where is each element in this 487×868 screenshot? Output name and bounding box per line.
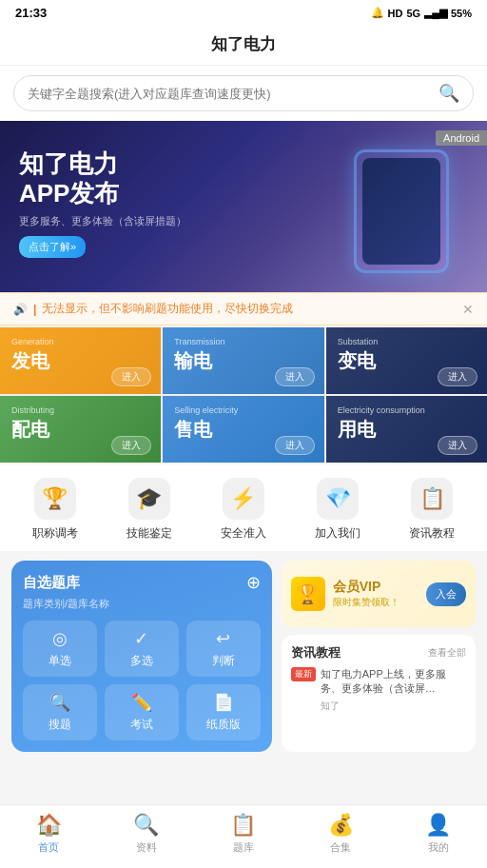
vip-subtitle: 限时集赞领取！: [333, 596, 419, 609]
category-selling[interactable]: Selling electricity 售电 进入: [163, 396, 323, 463]
exam-icon: ✏️: [131, 692, 152, 713]
pg-label: 纸质版: [206, 717, 241, 733]
category-generation[interactable]: Generation 发电 进入: [0, 327, 161, 394]
vip-join-button[interactable]: 入会: [426, 582, 466, 606]
banner-subtitle: 更多服务、更多体验（含读屏措题）: [19, 214, 186, 228]
nav-question-bank[interactable]: 📋 题库: [230, 813, 256, 855]
category-en-label: Transmission: [174, 337, 312, 346]
qa-label: 职称调考: [32, 525, 78, 542]
judgment-icon: ↩: [216, 628, 230, 649]
resources-icon: 🔍: [133, 813, 159, 838]
qa-label: 安全准入: [221, 525, 266, 542]
qa-safety[interactable]: ⚡ 安全准入: [221, 478, 266, 542]
news-item[interactable]: 最新 知了电力APP上线，更多服务、更多体验（含读屏… 知了: [291, 667, 466, 713]
nav-profile[interactable]: 👤 我的: [425, 813, 451, 855]
panel-title: 自选题库: [23, 574, 80, 592]
news-header: 资讯教程 查看全部: [291, 644, 466, 661]
category-en-label: Generation: [11, 337, 149, 346]
vip-title: 会员VIP: [333, 579, 419, 596]
pg-label: 单选: [49, 653, 71, 669]
search-input[interactable]: [28, 87, 431, 101]
vip-text: 会员VIP 限时集赞领取！: [333, 579, 419, 609]
pg-label: 判断: [212, 653, 235, 669]
collection-icon: 💰: [328, 813, 354, 838]
nav-home[interactable]: 🏠 首页: [36, 813, 62, 855]
pg-label: 考试: [130, 717, 153, 733]
battery-label: 55%: [451, 8, 472, 19]
safety-icon: ⚡: [223, 478, 264, 520]
news-title: 资讯教程: [291, 644, 341, 661]
search-question-icon: 🔍: [49, 692, 70, 713]
banner: Android 知了电力APP发布 更多服务、更多体验（含读屏措题） 点击了解»: [0, 121, 487, 292]
question-bank-icon: 📋: [230, 813, 256, 838]
category-enter-button[interactable]: 进入: [275, 367, 315, 386]
nav-profile-label: 我的: [428, 840, 449, 855]
notice-bar: 🔊 | 无法显示，但不影响刷题功能使用，尽快切换完成 ✕: [0, 292, 487, 326]
panel-grid: ◎ 单选 ✓ 多选 ↩ 判断 🔍 搜题 ✏️ 考试: [23, 621, 261, 740]
vip-card: 🏆 会员VIP 限时集赞领取！ 入会: [282, 561, 476, 627]
news-badge: 最新: [291, 667, 316, 681]
status-time: 21:33: [15, 6, 47, 20]
paper-version-icon: 📄: [213, 692, 234, 713]
category-en-label: Selling electricity: [174, 405, 312, 415]
qa-join-us[interactable]: 💎 加入我们: [315, 478, 360, 542]
qa-label: 资讯教程: [409, 525, 455, 542]
banner-title: 知了电力APP发布: [19, 149, 186, 208]
banner-device-image: [335, 140, 468, 283]
pg-label: 搜题: [49, 717, 71, 733]
pg-search-question[interactable]: 🔍 搜题: [23, 684, 97, 740]
nav-resources[interactable]: 🔍 资料: [133, 813, 159, 855]
vip-image: 🏆: [291, 577, 325, 611]
news-more-link[interactable]: 查看全部: [428, 646, 466, 660]
single-choice-icon: ◎: [52, 628, 68, 649]
news-tutorial-icon: 📋: [411, 478, 453, 520]
category-enter-button[interactable]: 进入: [275, 436, 315, 455]
category-distributing[interactable]: Distributing 配电 进入: [0, 396, 161, 463]
pg-exam[interactable]: ✏️ 考试: [105, 684, 179, 740]
banner-content: 知了电力APP发布 更多服务、更多体验（含读屏措题） 点击了解»: [19, 149, 186, 258]
nav-resources-label: 资料: [136, 840, 157, 855]
category-en-label: Substation: [338, 337, 476, 346]
panel-subtitle: 题库类别/题库名称: [23, 597, 261, 611]
pg-label: 多选: [130, 653, 153, 669]
qa-skill-cert[interactable]: 🎓 技能鉴定: [127, 478, 172, 542]
signal-label: 5G: [406, 8, 420, 19]
home-icon: 🏠: [36, 813, 62, 838]
qa-news-tutorial[interactable]: 📋 资讯教程: [409, 478, 455, 542]
category-enter-button[interactable]: 进入: [111, 367, 151, 386]
panel-header: 自选题库 ⊕: [23, 572, 261, 593]
category-substation[interactable]: Substation 变电 进入: [326, 327, 487, 394]
news-text: 知了电力APP上线，更多服务、更多体验（含读屏…: [321, 667, 466, 697]
title-exam-icon: 🏆: [34, 478, 76, 520]
pg-single-choice[interactable]: ◎ 单选: [23, 621, 97, 677]
search-input-wrap[interactable]: 🔍: [13, 75, 474, 111]
profile-icon: 👤: [425, 813, 451, 838]
notice-close-button[interactable]: ✕: [462, 302, 474, 317]
search-icon[interactable]: 🔍: [438, 83, 459, 104]
status-icons: 🔔 HD 5G ▂▄▆ 55%: [371, 7, 472, 19]
page-header: 知了电力: [0, 26, 487, 66]
news-source: 知了: [321, 700, 466, 713]
pg-multi-choice[interactable]: ✓ 多选: [105, 621, 179, 677]
nav-home-label: 首页: [38, 840, 59, 855]
multi-choice-icon: ✓: [134, 628, 148, 649]
nav-collection-label: 合集: [330, 840, 351, 855]
panel-add-button[interactable]: ⊕: [246, 572, 261, 593]
notice-divider: |: [33, 303, 36, 316]
nav-collection[interactable]: 💰 合集: [328, 813, 354, 855]
category-transmission[interactable]: Transmission 输电 进入: [163, 327, 323, 394]
category-enter-button[interactable]: 进入: [438, 436, 477, 455]
pg-judgment[interactable]: ↩ 判断: [186, 621, 261, 677]
page-title: 知了电力: [211, 35, 276, 53]
notice-text: 无法显示，但不影响刷题功能使用，尽快切换完成: [42, 301, 293, 317]
self-select-panel: 自选题库 ⊕ 题库类别/题库名称 ◎ 单选 ✓ 多选 ↩ 判断 🔍: [11, 561, 272, 752]
category-enter-button[interactable]: 进入: [111, 436, 151, 455]
category-consumption[interactable]: Electricity consumption 用电 进入: [326, 396, 487, 463]
category-enter-button[interactable]: 进入: [438, 367, 477, 386]
qa-title-exam[interactable]: 🏆 职称调考: [32, 478, 78, 542]
banner-cta-button[interactable]: 点击了解»: [19, 236, 86, 258]
qa-label: 加入我们: [315, 525, 360, 542]
pg-paper-version[interactable]: 📄 纸质版: [186, 684, 261, 740]
skill-cert-icon: 🎓: [128, 478, 170, 520]
right-panel: 🏆 会员VIP 限时集赞领取！ 入会 资讯教程 查看全部 最新 知了电力APP上…: [282, 561, 476, 752]
